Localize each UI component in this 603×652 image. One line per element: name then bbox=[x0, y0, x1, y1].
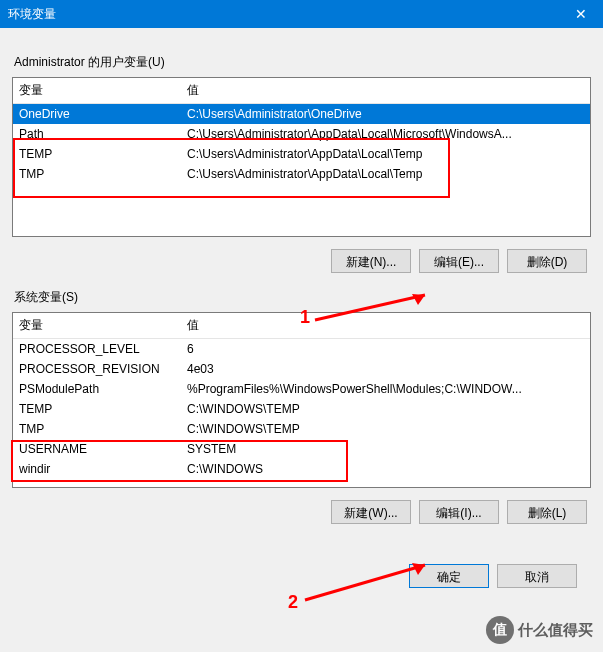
col-header-name[interactable]: 变量 bbox=[19, 317, 187, 334]
user-vars-listbox[interactable]: 变量 值 OneDrive C:\Users\Administrator\One… bbox=[12, 77, 591, 237]
table-row[interactable]: PSModulePath %ProgramFiles%\WindowsPower… bbox=[13, 379, 590, 399]
edit-user-var-button[interactable]: 编辑(E)... bbox=[419, 249, 499, 273]
table-row[interactable]: Path C:\Users\Administrator\AppData\Loca… bbox=[13, 124, 590, 144]
table-row[interactable]: TEMP C:\WINDOWS\TEMP bbox=[13, 399, 590, 419]
table-row[interactable]: PROCESSOR_REVISION 4e03 bbox=[13, 359, 590, 379]
table-row[interactable]: TEMP C:\Users\Administrator\AppData\Loca… bbox=[13, 144, 590, 164]
titlebar: 环境变量 ✕ bbox=[0, 0, 603, 28]
table-row[interactable]: TMP C:\WINDOWS\TEMP bbox=[13, 419, 590, 439]
dialog-button-row: 确定 取消 bbox=[12, 564, 577, 588]
table-row[interactable]: OneDrive C:\Users\Administrator\OneDrive bbox=[13, 104, 590, 124]
col-header-value[interactable]: 值 bbox=[187, 82, 584, 99]
edit-system-var-button[interactable]: 编辑(I)... bbox=[419, 500, 499, 524]
window-title: 环境变量 bbox=[8, 6, 56, 23]
annotation-number: 1 bbox=[300, 307, 310, 328]
table-row[interactable]: USERNAME SYSTEM bbox=[13, 439, 590, 459]
col-header-name[interactable]: 变量 bbox=[19, 82, 187, 99]
ok-button[interactable]: 确定 bbox=[409, 564, 489, 588]
system-vars-label: 系统变量(S) bbox=[14, 289, 591, 306]
cancel-button[interactable]: 取消 bbox=[497, 564, 577, 588]
watermark-text: 什么值得买 bbox=[518, 621, 593, 640]
delete-system-var-button[interactable]: 删除(L) bbox=[507, 500, 587, 524]
table-row[interactable]: PROCESSOR_LEVEL 6 bbox=[13, 339, 590, 359]
annotation-number: 2 bbox=[288, 592, 298, 613]
watermark: 值 什么值得买 bbox=[486, 616, 593, 644]
delete-user-var-button[interactable]: 删除(D) bbox=[507, 249, 587, 273]
close-icon[interactable]: ✕ bbox=[558, 0, 603, 28]
col-header-value[interactable]: 值 bbox=[187, 317, 584, 334]
new-user-var-button[interactable]: 新建(N)... bbox=[331, 249, 411, 273]
table-row[interactable]: windir C:\WINDOWS bbox=[13, 459, 590, 479]
watermark-icon: 值 bbox=[486, 616, 514, 644]
system-vars-listbox[interactable]: 变量 值 PROCESSOR_LEVEL 6 PROCESSOR_REVISIO… bbox=[12, 312, 591, 488]
user-button-row: 新建(N)... 编辑(E)... 删除(D) bbox=[12, 249, 587, 273]
user-list-header: 变量 值 bbox=[13, 78, 590, 104]
user-vars-label: Administrator 的用户变量(U) bbox=[14, 54, 591, 71]
new-system-var-button[interactable]: 新建(W)... bbox=[331, 500, 411, 524]
table-row[interactable]: TMP C:\Users\Administrator\AppData\Local… bbox=[13, 164, 590, 184]
system-button-row: 新建(W)... 编辑(I)... 删除(L) bbox=[12, 500, 587, 524]
